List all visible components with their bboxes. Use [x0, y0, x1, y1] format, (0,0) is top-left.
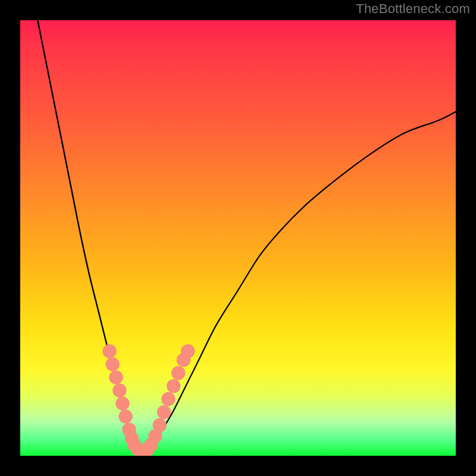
marker-dot: [122, 422, 136, 436]
marker-dot: [157, 405, 171, 419]
marker-dot: [112, 384, 126, 397]
marker-dot: [167, 379, 180, 393]
curve-left: [37, 20, 142, 453]
marker-dot: [131, 442, 145, 456]
marker-dots: [102, 345, 195, 456]
marker-dot: [148, 429, 162, 443]
marker-dot: [125, 431, 139, 445]
marker-dot: [171, 366, 185, 380]
marker-dot: [106, 358, 120, 371]
marker-dot: [102, 345, 116, 358]
marker-dot: [118, 409, 132, 423]
curve-right: [142, 112, 456, 454]
marker-dot: [137, 444, 151, 456]
marker-dot: [109, 371, 123, 384]
marker-dot: [134, 444, 148, 456]
watermark-text: TheBottleneck.com: [356, 1, 470, 17]
marker-dot: [177, 353, 190, 367]
marker-dot: [144, 438, 158, 452]
marker-dot: [181, 345, 195, 358]
marker-dot: [161, 392, 175, 406]
marker-dot: [115, 397, 129, 411]
marker-dot: [141, 442, 155, 456]
marker-dot: [127, 438, 141, 452]
chart-frame: TheBottleneck.com: [0, 0, 476, 476]
marker-dot: [153, 418, 167, 432]
chart-svg: [20, 20, 456, 456]
plot-area: [20, 20, 456, 456]
